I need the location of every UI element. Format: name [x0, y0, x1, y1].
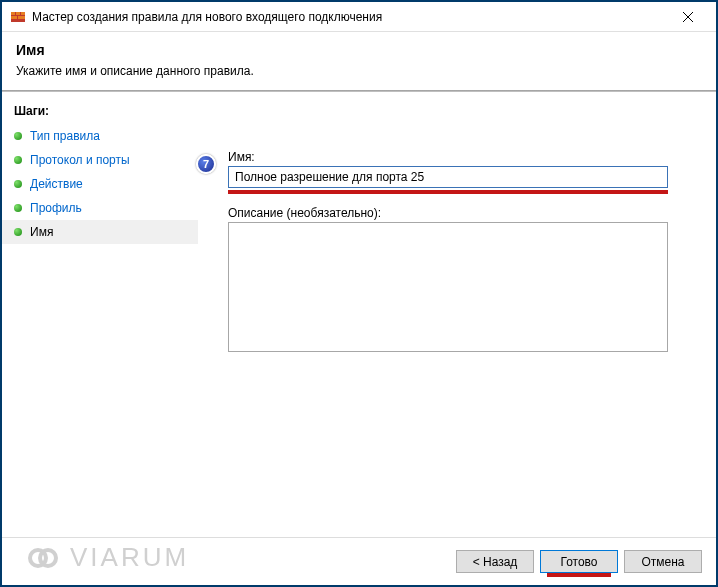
page-title: Имя: [16, 42, 702, 58]
step-label: Действие: [30, 177, 83, 191]
description-textarea[interactable]: [228, 222, 668, 352]
step-rule-type[interactable]: Тип правила: [2, 124, 198, 148]
name-label: Имя:: [228, 150, 688, 164]
svg-rect-2: [16, 12, 20, 15]
bullet-icon: [14, 132, 22, 140]
titlebar: Мастер создания правила для нового входя…: [2, 2, 716, 32]
main-panel: 7 Имя: Описание (необязательно):: [198, 92, 716, 537]
bullet-icon: [14, 156, 22, 164]
cancel-button[interactable]: Отмена: [624, 550, 702, 573]
svg-rect-4: [11, 16, 17, 19]
bullet-icon: [14, 180, 22, 188]
svg-rect-3: [21, 12, 25, 15]
close-icon: [683, 9, 693, 25]
steps-heading: Шаги:: [2, 100, 198, 124]
step-action[interactable]: Действие: [2, 172, 198, 196]
step-label: Тип правила: [30, 129, 100, 143]
bullet-icon: [14, 228, 22, 236]
svg-rect-1: [11, 12, 15, 15]
header-area: Имя Укажите имя и описание данного прави…: [2, 32, 716, 90]
body: Шаги: Тип правила Протокол и порты Дейст…: [2, 92, 716, 537]
step-profile[interactable]: Профиль: [2, 196, 198, 220]
firewall-icon: [10, 9, 26, 25]
annotation-badge: 7: [196, 154, 216, 174]
bullet-icon: [14, 204, 22, 212]
page-description: Укажите имя и описание данного правила.: [16, 64, 702, 78]
description-label: Описание (необязательно):: [228, 206, 688, 220]
name-input[interactable]: [228, 166, 668, 188]
finish-button[interactable]: Готово: [540, 550, 618, 573]
step-label: Имя: [30, 225, 53, 239]
step-protocol-ports[interactable]: Протокол и порты: [2, 148, 198, 172]
steps-sidebar: Шаги: Тип правила Протокол и порты Дейст…: [2, 92, 198, 537]
step-label: Профиль: [30, 201, 82, 215]
close-button[interactable]: [668, 3, 708, 31]
wizard-window: Мастер создания правила для нового входя…: [0, 0, 718, 587]
footer: < Назад Готово Отмена: [2, 537, 716, 585]
step-label: Протокол и порты: [30, 153, 130, 167]
highlight-underline: [228, 190, 668, 194]
svg-rect-5: [18, 16, 25, 19]
step-name[interactable]: Имя: [2, 220, 198, 244]
window-title: Мастер создания правила для нового входя…: [32, 10, 668, 24]
back-button[interactable]: < Назад: [456, 550, 534, 573]
